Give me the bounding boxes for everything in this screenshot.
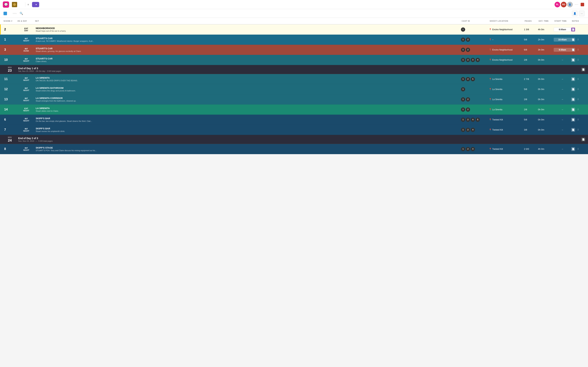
notes-cell: 📄 ⠿ <box>571 48 585 52</box>
col-est: EST. TIME <box>538 19 554 23</box>
cast-badge-4: 4 <box>476 58 480 62</box>
interior-exterior: INT <box>25 58 28 60</box>
cast-badge-1: 1 <box>461 118 465 122</box>
avatar-red[interactable]: RD <box>561 2 566 7</box>
location-name: La Sirenita <box>492 108 502 111</box>
cast-badge-2: 2 <box>466 118 470 122</box>
cast-ids: 1245 <box>461 118 489 122</box>
view-only-button[interactable]: ▾ <box>32 2 39 7</box>
cast-badge-2: 2 <box>466 97 470 101</box>
stripboards-nav[interactable]: ≡ <box>27 3 30 6</box>
eod-month: NOV <box>3 136 17 138</box>
set-info: LA SIRENITA Stuart slides next to Claire… <box>35 107 461 112</box>
person-icon-button[interactable]: 👤 <box>572 11 578 16</box>
ie-day: INT NIGHT <box>17 147 35 151</box>
day-type: NIGHT <box>23 149 29 151</box>
note-icon[interactable]: 📄 <box>571 98 575 101</box>
set-description: STUART'S POV: Tony and Claire discuss hi… <box>36 150 460 151</box>
note-icon[interactable]: 📄 <box>571 118 575 122</box>
note-icon[interactable]: 📄 <box>571 28 575 32</box>
drag-icon[interactable]: ⠿ <box>576 48 580 52</box>
location-name: Encino Neighborhood <box>492 28 512 31</box>
set-name: LA SIRENITA <box>36 76 460 79</box>
start-time-dash: – <box>554 78 571 80</box>
note-icon[interactable]: 📄 <box>571 38 575 42</box>
scene-number: 10 <box>3 57 17 62</box>
interior-exterior: INT <box>25 87 28 89</box>
pages-value: 5/8 <box>524 88 538 91</box>
set-info: SKIPP'S BAR Stuart nurses his umpteenth … <box>35 127 461 133</box>
drag-icon[interactable]: ⠿ <box>576 87 580 91</box>
project-selector[interactable] <box>12 2 19 7</box>
cast-badge-1: 1 <box>461 77 465 81</box>
eod-title: End of Day 2 of 3 <box>18 137 571 140</box>
scene-number: 6 <box>3 117 17 122</box>
pages-value: 3/8 <box>524 128 538 131</box>
cast-badge-4: 4 <box>471 147 475 151</box>
eod-day: 23 <box>3 68 17 73</box>
cast-ids: 12 <box>461 97 489 101</box>
start-time-dash: – <box>554 148 571 150</box>
drag-icon[interactable]: ⠿ <box>576 108 580 111</box>
col-cast: CAST ID <box>461 19 489 23</box>
drag-icon[interactable]: ⠿ <box>576 118 580 122</box>
note-icon[interactable]: 📄 <box>571 77 575 81</box>
eod-note-icon[interactable]: 📄 <box>581 68 585 71</box>
note-icon[interactable]: 📄 <box>571 108 575 111</box>
avatar-pink[interactable]: PL <box>554 2 560 7</box>
day-type: NIGHT <box>23 130 29 132</box>
set-description: Stuart hops out of his car in a hurry. <box>36 30 460 32</box>
note-icon[interactable]: 📄 <box>571 128 575 132</box>
day-type: NIGHT <box>23 109 29 112</box>
scene-number: 11 <box>3 76 17 82</box>
drag-icon[interactable]: ⠿ <box>576 147 580 151</box>
note-icon[interactable]: 📄 <box>571 58 575 62</box>
cast-badge-3: 3 <box>471 58 475 62</box>
ie-day: INT NIGHT <box>17 77 35 81</box>
col-pages: PAGES <box>524 19 538 23</box>
location: 📍 La Sirenita <box>489 98 524 101</box>
cast-badge-1: 1 <box>461 27 465 32</box>
avatar-gray[interactable]: 👤 <box>567 2 573 7</box>
notes-cell: 📄 ⠿ <box>571 118 585 122</box>
cast-ids: 12 <box>461 48 489 52</box>
drag-icon[interactable]: ⠿ <box>576 38 580 42</box>
chevron-down-icon: ▾ <box>35 3 37 6</box>
est-time-value: 2h 0m <box>538 38 554 41</box>
interior-exterior: INT <box>25 118 28 120</box>
cast-ids: 124 <box>461 147 489 151</box>
location-name: La Sirenita <box>492 98 502 101</box>
schedule-indicator <box>3 12 7 15</box>
search-button[interactable]: 🔍 <box>20 12 23 15</box>
top-nav: 💬 ≡ ▾ PL RD 👤 ··· <box>0 0 588 9</box>
est-time-value: 0h 0m <box>538 108 554 111</box>
est-time-value: 0h 0m <box>538 98 554 101</box>
day-type: NIGHT <box>23 40 29 42</box>
schedule-row: 8 INT NIGHT SKIPP'S STAGE STUART'S POV: … <box>0 144 588 154</box>
location: 📍 La Sirenita <box>489 108 524 111</box>
eod-note-icon[interactable]: 📄 <box>581 138 585 141</box>
cast-ids: 1234 <box>461 58 489 62</box>
ie-day: EXT DAY <box>17 27 35 32</box>
drag-icon[interactable]: ⠿ <box>576 128 580 132</box>
note-icon[interactable]: 📄 <box>571 147 575 151</box>
location-name: La Sirenita <box>492 78 502 80</box>
eod-day: 24 <box>3 138 17 142</box>
more-button[interactable]: ··· <box>575 3 579 6</box>
interior-exterior: INT <box>25 48 28 50</box>
drag-icon[interactable]: ⠿ <box>576 58 580 62</box>
set-info: SKIPP'S BAR On the bar, two empty shot g… <box>35 117 461 123</box>
drag-icon[interactable]: ⠿ <box>576 77 580 81</box>
drag-icon[interactable]: ⠿ <box>576 28 580 32</box>
end-of-day-row: NOV 23 End of Day 1 of 3 Sat, Nov 23, 20… <box>0 65 588 74</box>
est-time-value: 0h 0m <box>538 88 554 91</box>
drag-icon[interactable]: ⠿ <box>576 98 580 101</box>
pin-icon: 📍 <box>489 28 492 31</box>
note-icon[interactable]: 📄 <box>571 48 575 52</box>
cast-badge-1: 1 <box>461 38 465 42</box>
col-scene: SCENE # <box>3 19 17 23</box>
more-icon-button[interactable]: ··· <box>579 11 585 16</box>
set-name: STUART'S CAR <box>36 57 460 60</box>
note-icon[interactable]: 📄 <box>571 87 575 91</box>
interior-exterior: INT <box>25 38 28 40</box>
